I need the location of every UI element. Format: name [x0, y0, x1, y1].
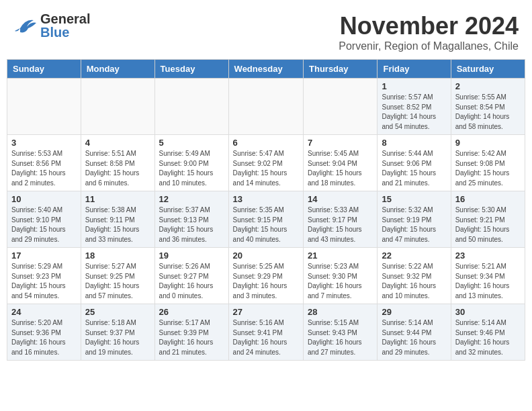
day-number: 19: [159, 250, 224, 261]
calendar-cell: 15Sunrise: 5:32 AMSunset: 9:19 PMDayligh…: [378, 191, 451, 248]
calendar-week-row: 17Sunrise: 5:29 AMSunset: 9:23 PMDayligh…: [7, 248, 525, 304]
calendar-cell: 30Sunrise: 5:14 AMSunset: 9:46 PMDayligh…: [451, 304, 525, 361]
day-info: Sunrise: 5:20 AMSunset: 9:36 PMDaylight:…: [11, 318, 77, 357]
month-title: November 2024: [339, 12, 519, 40]
day-info: Sunrise: 5:38 AMSunset: 9:11 PMDaylight:…: [85, 205, 150, 244]
day-info: Sunrise: 5:53 AMSunset: 8:56 PMDaylight:…: [11, 149, 77, 188]
logo-bird-icon: [13, 13, 38, 38]
logo-text: General Blue: [40, 12, 90, 39]
day-number: 14: [308, 194, 373, 204]
day-info: Sunrise: 5:16 AMSunset: 9:41 PMDaylight:…: [233, 318, 299, 357]
calendar-cell: [228, 79, 303, 135]
day-number: 18: [85, 250, 150, 261]
calendar-cell: 9Sunrise: 5:42 AMSunset: 9:08 PMDaylight…: [451, 135, 525, 191]
day-number: 16: [455, 194, 521, 204]
day-info: Sunrise: 5:23 AMSunset: 9:30 PMDaylight:…: [308, 262, 373, 301]
calendar-cell: 20Sunrise: 5:25 AMSunset: 9:29 PMDayligh…: [228, 248, 303, 304]
day-info: Sunrise: 5:42 AMSunset: 9:08 PMDaylight:…: [455, 149, 521, 188]
calendar-cell: 25Sunrise: 5:18 AMSunset: 9:37 PMDayligh…: [81, 304, 154, 361]
calendar-week-row: 24Sunrise: 5:20 AMSunset: 9:36 PMDayligh…: [7, 304, 525, 361]
calendar-cell: 17Sunrise: 5:29 AMSunset: 9:23 PMDayligh…: [7, 248, 81, 304]
day-info: Sunrise: 5:45 AMSunset: 9:04 PMDaylight:…: [308, 149, 373, 188]
day-info: Sunrise: 5:26 AMSunset: 9:27 PMDaylight:…: [159, 262, 224, 301]
day-info: Sunrise: 5:37 AMSunset: 9:13 PMDaylight:…: [159, 205, 224, 244]
day-info: Sunrise: 5:21 AMSunset: 9:34 PMDaylight:…: [455, 262, 521, 301]
day-info: Sunrise: 5:14 AMSunset: 9:44 PMDaylight:…: [382, 318, 446, 357]
page-header: General Blue November 2024 Porvenir, Reg…: [0, 0, 532, 59]
calendar-cell: [7, 79, 81, 135]
calendar-cell: 10Sunrise: 5:40 AMSunset: 9:10 PMDayligh…: [7, 191, 81, 248]
day-number: 12: [159, 194, 224, 204]
calendar-cell: [81, 79, 154, 135]
day-number: 15: [382, 194, 446, 204]
calendar-cell: 28Sunrise: 5:15 AMSunset: 9:43 PMDayligh…: [304, 304, 378, 361]
day-info: Sunrise: 5:22 AMSunset: 9:32 PMDaylight:…: [382, 262, 446, 301]
day-info: Sunrise: 5:35 AMSunset: 9:15 PMDaylight:…: [233, 205, 299, 244]
day-info: Sunrise: 5:44 AMSunset: 9:06 PMDaylight:…: [382, 149, 446, 188]
calendar-week-row: 10Sunrise: 5:40 AMSunset: 9:10 PMDayligh…: [7, 191, 525, 248]
location-subtitle: Porvenir, Region of Magallanes, Chile: [339, 40, 519, 52]
day-number: 27: [233, 307, 299, 317]
day-info: Sunrise: 5:33 AMSunset: 9:17 PMDaylight:…: [308, 205, 373, 244]
calendar-cell: 18Sunrise: 5:27 AMSunset: 9:25 PMDayligh…: [81, 248, 154, 304]
weekday-header-monday: Monday: [81, 60, 154, 79]
calendar-header: SundayMondayTuesdayWednesdayThursdayFrid…: [7, 60, 525, 79]
day-info: Sunrise: 5:49 AMSunset: 9:00 PMDaylight:…: [159, 149, 224, 188]
day-number: 28: [308, 307, 373, 317]
calendar-cell: 26Sunrise: 5:17 AMSunset: 9:39 PMDayligh…: [154, 304, 228, 361]
calendar-cell: 14Sunrise: 5:33 AMSunset: 9:17 PMDayligh…: [304, 191, 378, 248]
calendar-cell: 24Sunrise: 5:20 AMSunset: 9:36 PMDayligh…: [7, 304, 81, 361]
day-number: 4: [85, 138, 150, 148]
day-number: 6: [233, 138, 299, 148]
calendar-cell: 12Sunrise: 5:37 AMSunset: 9:13 PMDayligh…: [154, 191, 228, 248]
day-number: 26: [159, 307, 224, 317]
calendar-cell: 2Sunrise: 5:55 AMSunset: 8:54 PMDaylight…: [451, 79, 525, 135]
calendar-body: 1Sunrise: 5:57 AMSunset: 8:52 PMDaylight…: [7, 79, 525, 361]
logo-general: General: [40, 12, 90, 26]
day-number: 1: [382, 81, 446, 91]
day-info: Sunrise: 5:55 AMSunset: 8:54 PMDaylight:…: [455, 93, 521, 132]
day-number: 3: [11, 138, 77, 148]
day-number: 30: [455, 307, 521, 317]
day-info: Sunrise: 5:29 AMSunset: 9:23 PMDaylight:…: [11, 262, 77, 301]
day-info: Sunrise: 5:15 AMSunset: 9:43 PMDaylight:…: [308, 318, 373, 357]
day-number: 29: [382, 307, 446, 317]
day-info: Sunrise: 5:27 AMSunset: 9:25 PMDaylight:…: [85, 262, 150, 301]
day-number: 20: [233, 250, 299, 261]
day-number: 13: [233, 194, 299, 204]
weekday-header-wednesday: Wednesday: [228, 60, 303, 79]
calendar-cell: 7Sunrise: 5:45 AMSunset: 9:04 PMDaylight…: [304, 135, 378, 191]
day-number: 5: [159, 138, 224, 148]
day-info: Sunrise: 5:30 AMSunset: 9:21 PMDaylight:…: [455, 205, 521, 244]
calendar-cell: [304, 79, 378, 135]
calendar-cell: 22Sunrise: 5:22 AMSunset: 9:32 PMDayligh…: [378, 248, 451, 304]
day-info: Sunrise: 5:18 AMSunset: 9:37 PMDaylight:…: [85, 318, 150, 357]
calendar-wrapper: SundayMondayTuesdayWednesdayThursdayFrid…: [0, 59, 532, 367]
day-number: 11: [85, 194, 150, 204]
day-info: Sunrise: 5:17 AMSunset: 9:39 PMDaylight:…: [159, 318, 224, 357]
day-number: 25: [85, 307, 150, 317]
day-number: 8: [382, 138, 446, 148]
calendar-cell: 1Sunrise: 5:57 AMSunset: 8:52 PMDaylight…: [378, 79, 451, 135]
calendar-cell: 6Sunrise: 5:47 AMSunset: 9:02 PMDaylight…: [228, 135, 303, 191]
day-info: Sunrise: 5:40 AMSunset: 9:10 PMDaylight:…: [11, 205, 77, 244]
calendar-cell: 29Sunrise: 5:14 AMSunset: 9:44 PMDayligh…: [378, 304, 451, 361]
calendar-cell: 27Sunrise: 5:16 AMSunset: 9:41 PMDayligh…: [228, 304, 303, 361]
logo-blue: Blue: [40, 26, 90, 39]
calendar-cell: 19Sunrise: 5:26 AMSunset: 9:27 PMDayligh…: [154, 248, 228, 304]
calendar-cell: 13Sunrise: 5:35 AMSunset: 9:15 PMDayligh…: [228, 191, 303, 248]
day-number: 7: [308, 138, 373, 148]
title-section: November 2024 Porvenir, Region of Magall…: [339, 12, 519, 52]
day-info: Sunrise: 5:57 AMSunset: 8:52 PMDaylight:…: [382, 93, 446, 132]
day-number: 9: [455, 138, 521, 148]
day-number: 23: [455, 250, 521, 261]
weekday-header-tuesday: Tuesday: [154, 60, 228, 79]
weekday-header-friday: Friday: [378, 60, 451, 79]
calendar-week-row: 3Sunrise: 5:53 AMSunset: 8:56 PMDaylight…: [7, 135, 525, 191]
day-number: 21: [308, 250, 373, 261]
calendar-cell: 3Sunrise: 5:53 AMSunset: 8:56 PMDaylight…: [7, 135, 81, 191]
day-info: Sunrise: 5:47 AMSunset: 9:02 PMDaylight:…: [233, 149, 299, 188]
day-info: Sunrise: 5:51 AMSunset: 8:58 PMDaylight:…: [85, 149, 150, 188]
day-number: 22: [382, 250, 446, 261]
calendar-cell: [154, 79, 228, 135]
